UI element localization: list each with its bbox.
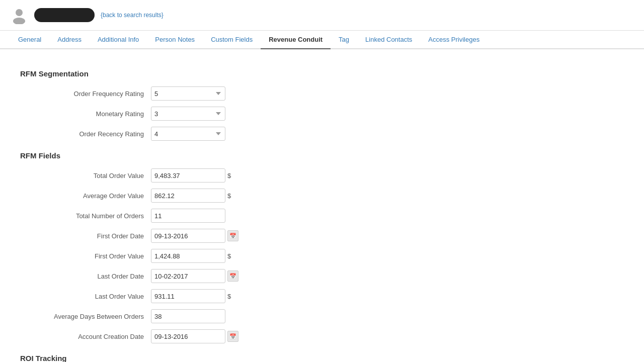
total-order-value-currency: $ xyxy=(227,172,231,179)
monetary-rating-row: Monetary Rating 3 1245 xyxy=(20,106,624,121)
last-order-value-input[interactable] xyxy=(151,289,225,303)
order-frequency-rating-label: Order Frequency Rating xyxy=(20,90,151,98)
avatar-icon xyxy=(10,6,28,24)
order-recency-rating-row: Order Recency Rating 4 1235 xyxy=(20,126,624,141)
nav-tabs: General Address Additional Info Person N… xyxy=(0,31,644,49)
order-frequency-rating-row: Order Frequency Rating 5 1234 xyxy=(20,86,624,101)
first-order-value-input[interactable] xyxy=(151,249,225,263)
first-order-date-row: First Order Date 📅 xyxy=(20,228,624,243)
first-order-value-row: First Order Value $ xyxy=(20,248,624,263)
average-days-between-orders-input[interactable] xyxy=(151,309,225,323)
tab-additional-info[interactable]: Additional Info xyxy=(90,31,147,48)
first-order-date-input[interactable] xyxy=(151,229,225,243)
back-link[interactable]: {back to search results} xyxy=(101,12,164,19)
tab-tag[interactable]: Tag xyxy=(331,31,357,48)
average-order-value-label: Average Order Value xyxy=(20,192,151,200)
order-recency-rating-label: Order Recency Rating xyxy=(20,130,151,138)
last-order-value-row: Last Order Value $ xyxy=(20,289,624,304)
average-order-value-input[interactable] xyxy=(151,189,225,203)
account-creation-date-calendar-icon[interactable]: 📅 xyxy=(227,331,238,342)
last-order-value-currency: $ xyxy=(227,293,231,300)
last-order-date-calendar-icon[interactable]: 📅 xyxy=(227,270,238,282)
page-wrapper: {back to search results} General Address… xyxy=(0,0,644,362)
average-days-between-orders-row: Average Days Between Orders xyxy=(20,309,624,324)
first-order-value-currency: $ xyxy=(227,252,231,260)
first-order-date-wrapper: 📅 xyxy=(151,229,238,243)
total-order-value-row: Total Order Value $ xyxy=(20,168,624,183)
account-creation-date-row: Account Creation Date 📅 xyxy=(20,329,624,344)
total-order-value-label: Total Order Value xyxy=(20,172,151,179)
last-order-date-row: Last Order Date 📅 xyxy=(20,268,624,284)
average-order-value-currency: $ xyxy=(227,192,231,200)
monetary-rating-select[interactable]: 3 1245 xyxy=(151,107,225,121)
rfm-segmentation-header: RFM Segmentation xyxy=(20,69,624,78)
total-number-orders-row: Total Number of Orders xyxy=(20,208,624,223)
average-days-between-orders-label: Average Days Between Orders xyxy=(20,313,151,320)
order-recency-rating-select[interactable]: 4 1235 xyxy=(151,127,225,141)
account-creation-date-wrapper: 📅 xyxy=(151,329,238,343)
tab-custom-fields[interactable]: Custom Fields xyxy=(203,31,261,48)
svg-point-0 xyxy=(16,9,23,16)
account-creation-date-input[interactable] xyxy=(151,329,225,343)
total-number-orders-label: Total Number of Orders xyxy=(20,212,151,220)
tab-general[interactable]: General xyxy=(10,31,49,48)
average-order-value-row: Average Order Value $ xyxy=(20,188,624,203)
first-order-date-label: First Order Date xyxy=(20,232,151,240)
total-order-value-input[interactable] xyxy=(151,168,225,183)
first-order-value-label: First Order Value xyxy=(20,252,151,260)
tab-access-privileges[interactable]: Access Privileges xyxy=(420,31,488,48)
monetary-rating-label: Monetary Rating xyxy=(20,110,151,118)
first-order-date-calendar-icon[interactable]: 📅 xyxy=(227,230,238,241)
rfm-fields-header: RFM Fields xyxy=(20,151,624,160)
last-order-date-wrapper: 📅 xyxy=(151,269,238,283)
name-redacted xyxy=(34,8,95,22)
order-frequency-rating-select[interactable]: 5 1234 xyxy=(151,86,225,101)
svg-point-1 xyxy=(13,18,25,24)
tab-person-notes[interactable]: Person Notes xyxy=(147,31,203,48)
tab-revenue-conduit[interactable]: Revenue Conduit xyxy=(261,31,331,49)
account-creation-date-label: Account Creation Date xyxy=(20,333,151,340)
tab-address[interactable]: Address xyxy=(49,31,90,48)
last-order-value-label: Last Order Value xyxy=(20,293,151,300)
top-header: {back to search results} xyxy=(0,0,644,31)
last-order-date-label: Last Order Date xyxy=(20,273,151,280)
roi-tracking-header: ROI Tracking xyxy=(20,354,624,362)
total-number-orders-input[interactable] xyxy=(151,209,225,223)
last-order-date-input[interactable] xyxy=(151,269,225,283)
tab-linked-contacts[interactable]: Linked Contacts xyxy=(357,31,420,48)
content-area: RFM Segmentation Order Frequency Rating … xyxy=(0,49,644,362)
